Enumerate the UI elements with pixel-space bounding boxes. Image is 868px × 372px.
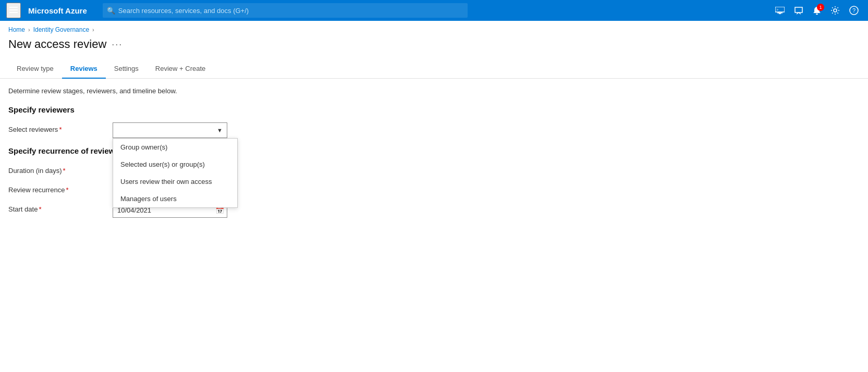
topbar: Microsoft Azure 🔍 >_ 1 ? [0, 0, 868, 21]
dropdown-item-managers-of-users[interactable]: Managers of users [113, 190, 237, 207]
select-reviewers-label: Select reviewers* [8, 122, 113, 133]
search-icon: 🔍 [107, 7, 115, 15]
specify-reviewers-section: Specify reviewers Select reviewers* ▼ Gr… [8, 105, 860, 138]
notification-badge: 1 [817, 4, 824, 11]
reviewers-dropdown-menu: Group owner(s) Selected user(s) or group… [113, 138, 238, 208]
breadcrumb-sep-2: › [92, 27, 94, 33]
tab-settings[interactable]: Settings [106, 59, 147, 79]
select-reviewers-required: * [59, 126, 62, 133]
tab-review-type[interactable]: Review type [8, 59, 62, 79]
chevron-down-icon: ▼ [217, 127, 223, 133]
start-date-label: Start date* [8, 202, 113, 213]
tab-reviews[interactable]: Reviews [62, 59, 106, 79]
review-recurrence-label: Review recurrence* [8, 183, 113, 194]
svg-rect-0 [9, 7, 18, 8]
hamburger-menu-button[interactable] [6, 3, 21, 18]
svg-rect-1 [9, 9, 18, 10]
settings-button[interactable] [827, 4, 843, 17]
cloud-shell-button[interactable]: >_ [772, 5, 788, 16]
dropdown-item-selected-users-groups[interactable]: Selected user(s) or group(s) [113, 156, 237, 173]
breadcrumb-home[interactable]: Home [8, 26, 25, 33]
svg-rect-6 [779, 14, 781, 15]
tab-review-create[interactable]: Review + Create [147, 59, 214, 79]
start-date-required: * [39, 205, 41, 213]
search-bar: 🔍 [103, 3, 468, 18]
help-button[interactable]: ? [846, 4, 862, 17]
review-recurrence-required: * [66, 186, 68, 194]
breadcrumb-identity-governance[interactable]: Identity Governance [33, 26, 89, 33]
page-title-more-button[interactable]: ··· [112, 39, 123, 50]
svg-rect-2 [9, 12, 18, 13]
app-title: Microsoft Azure [28, 6, 87, 15]
duration-required: * [63, 167, 66, 175]
svg-text:?: ? [852, 7, 855, 14]
tabs: Review type Reviews Settings Review + Cr… [0, 59, 868, 79]
notifications-button[interactable]: 1 [810, 4, 824, 17]
breadcrumb-sep-1: › [28, 27, 30, 33]
svg-text:>_: >_ [776, 8, 780, 12]
select-reviewers-dropdown[interactable]: ▼ [113, 122, 227, 138]
dropdown-item-users-own-access[interactable]: Users review their own access [113, 173, 237, 190]
select-reviewers-row: Select reviewers* ▼ Group owner(s) Selec… [8, 122, 860, 138]
content-area: Determine review stages, reviewers, and … [0, 79, 868, 234]
dropdown-item-group-owners[interactable]: Group owner(s) [113, 139, 237, 156]
page-title: New access review [8, 38, 106, 51]
page-title-row: New access review ··· [0, 35, 868, 59]
svg-rect-5 [777, 13, 783, 14]
topbar-icons: >_ 1 ? [772, 4, 862, 17]
search-input[interactable] [103, 3, 468, 18]
svg-point-8 [834, 9, 837, 12]
specify-reviewers-heading: Specify reviewers [8, 105, 860, 114]
duration-label: Duration (in days)* [8, 164, 113, 175]
content-description: Determine review stages, reviewers, and … [8, 87, 860, 95]
select-reviewers-dropdown-container: ▼ Group owner(s) Selected user(s) or gro… [113, 122, 227, 138]
svg-rect-7 [816, 14, 818, 15]
breadcrumb: Home › Identity Governance › [0, 21, 868, 35]
feedback-button[interactable] [791, 4, 806, 17]
